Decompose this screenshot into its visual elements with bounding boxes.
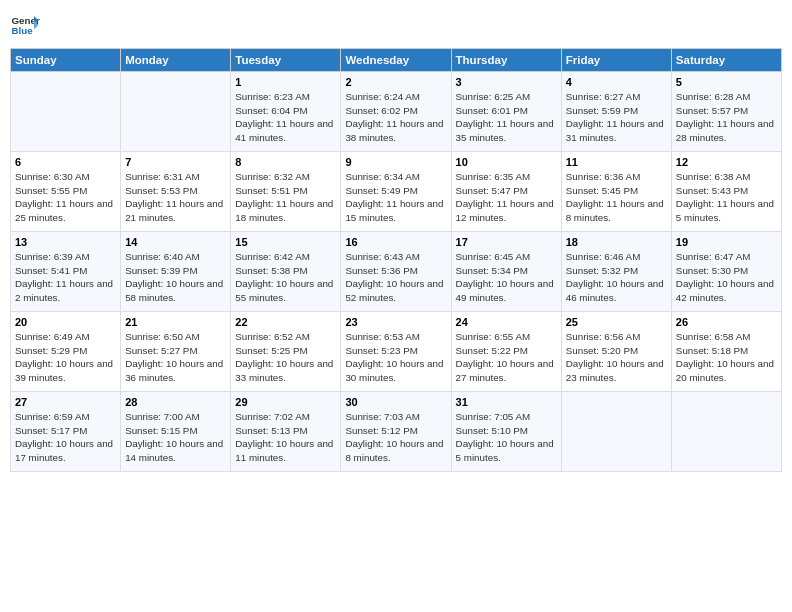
calendar-cell: 7Sunrise: 6:31 AMSunset: 5:53 PMDaylight…: [121, 152, 231, 232]
calendar-cell: 18Sunrise: 6:46 AMSunset: 5:32 PMDayligh…: [561, 232, 671, 312]
calendar-cell: 19Sunrise: 6:47 AMSunset: 5:30 PMDayligh…: [671, 232, 781, 312]
day-number: 5: [676, 76, 777, 88]
day-info: Sunrise: 6:28 AMSunset: 5:57 PMDaylight:…: [676, 90, 777, 145]
day-number: 16: [345, 236, 446, 248]
day-info: Sunrise: 6:42 AMSunset: 5:38 PMDaylight:…: [235, 250, 336, 305]
calendar-cell: 14Sunrise: 6:40 AMSunset: 5:39 PMDayligh…: [121, 232, 231, 312]
day-info: Sunrise: 6:53 AMSunset: 5:23 PMDaylight:…: [345, 330, 446, 385]
day-number: 24: [456, 316, 557, 328]
day-number: 28: [125, 396, 226, 408]
calendar-cell: 17Sunrise: 6:45 AMSunset: 5:34 PMDayligh…: [451, 232, 561, 312]
day-number: 2: [345, 76, 446, 88]
day-number: 15: [235, 236, 336, 248]
day-number: 9: [345, 156, 446, 168]
calendar-cell: 5Sunrise: 6:28 AMSunset: 5:57 PMDaylight…: [671, 72, 781, 152]
day-number: 18: [566, 236, 667, 248]
calendar-cell: 9Sunrise: 6:34 AMSunset: 5:49 PMDaylight…: [341, 152, 451, 232]
calendar-cell: 25Sunrise: 6:56 AMSunset: 5:20 PMDayligh…: [561, 312, 671, 392]
day-number: 1: [235, 76, 336, 88]
day-number: 4: [566, 76, 667, 88]
day-number: 6: [15, 156, 116, 168]
calendar-cell: 27Sunrise: 6:59 AMSunset: 5:17 PMDayligh…: [11, 392, 121, 472]
day-number: 29: [235, 396, 336, 408]
calendar-cell: 4Sunrise: 6:27 AMSunset: 5:59 PMDaylight…: [561, 72, 671, 152]
day-number: 19: [676, 236, 777, 248]
week-row-5: 27Sunrise: 6:59 AMSunset: 5:17 PMDayligh…: [11, 392, 782, 472]
day-number: 21: [125, 316, 226, 328]
day-info: Sunrise: 6:50 AMSunset: 5:27 PMDaylight:…: [125, 330, 226, 385]
day-info: Sunrise: 6:52 AMSunset: 5:25 PMDaylight:…: [235, 330, 336, 385]
day-info: Sunrise: 6:36 AMSunset: 5:45 PMDaylight:…: [566, 170, 667, 225]
calendar-cell: [11, 72, 121, 152]
calendar-cell: 10Sunrise: 6:35 AMSunset: 5:47 PMDayligh…: [451, 152, 561, 232]
calendar-cell: 12Sunrise: 6:38 AMSunset: 5:43 PMDayligh…: [671, 152, 781, 232]
calendar-cell: 23Sunrise: 6:53 AMSunset: 5:23 PMDayligh…: [341, 312, 451, 392]
header-monday: Monday: [121, 49, 231, 72]
day-number: 20: [15, 316, 116, 328]
day-number: 31: [456, 396, 557, 408]
calendar-cell: 16Sunrise: 6:43 AMSunset: 5:36 PMDayligh…: [341, 232, 451, 312]
calendar-cell: 26Sunrise: 6:58 AMSunset: 5:18 PMDayligh…: [671, 312, 781, 392]
calendar-cell: [121, 72, 231, 152]
day-info: Sunrise: 6:49 AMSunset: 5:29 PMDaylight:…: [15, 330, 116, 385]
calendar-cell: 30Sunrise: 7:03 AMSunset: 5:12 PMDayligh…: [341, 392, 451, 472]
page-header: General Blue: [10, 10, 782, 40]
day-number: 17: [456, 236, 557, 248]
day-info: Sunrise: 6:56 AMSunset: 5:20 PMDaylight:…: [566, 330, 667, 385]
calendar-cell: 29Sunrise: 7:02 AMSunset: 5:13 PMDayligh…: [231, 392, 341, 472]
day-number: 3: [456, 76, 557, 88]
header-sunday: Sunday: [11, 49, 121, 72]
calendar-cell: 11Sunrise: 6:36 AMSunset: 5:45 PMDayligh…: [561, 152, 671, 232]
calendar-cell: 31Sunrise: 7:05 AMSunset: 5:10 PMDayligh…: [451, 392, 561, 472]
calendar-cell: 8Sunrise: 6:32 AMSunset: 5:51 PMDaylight…: [231, 152, 341, 232]
calendar-cell: 24Sunrise: 6:55 AMSunset: 5:22 PMDayligh…: [451, 312, 561, 392]
day-info: Sunrise: 7:05 AMSunset: 5:10 PMDaylight:…: [456, 410, 557, 465]
day-info: Sunrise: 7:02 AMSunset: 5:13 PMDaylight:…: [235, 410, 336, 465]
calendar-cell: 1Sunrise: 6:23 AMSunset: 6:04 PMDaylight…: [231, 72, 341, 152]
week-row-2: 6Sunrise: 6:30 AMSunset: 5:55 PMDaylight…: [11, 152, 782, 232]
day-number: 12: [676, 156, 777, 168]
header-thursday: Thursday: [451, 49, 561, 72]
day-info: Sunrise: 6:40 AMSunset: 5:39 PMDaylight:…: [125, 250, 226, 305]
calendar-cell: [671, 392, 781, 472]
calendar-header-row: SundayMondayTuesdayWednesdayThursdayFrid…: [11, 49, 782, 72]
week-row-1: 1Sunrise: 6:23 AMSunset: 6:04 PMDaylight…: [11, 72, 782, 152]
day-info: Sunrise: 6:34 AMSunset: 5:49 PMDaylight:…: [345, 170, 446, 225]
day-number: 30: [345, 396, 446, 408]
day-info: Sunrise: 6:23 AMSunset: 6:04 PMDaylight:…: [235, 90, 336, 145]
day-info: Sunrise: 7:03 AMSunset: 5:12 PMDaylight:…: [345, 410, 446, 465]
day-number: 7: [125, 156, 226, 168]
logo: General Blue: [10, 10, 40, 40]
calendar-table: SundayMondayTuesdayWednesdayThursdayFrid…: [10, 48, 782, 472]
calendar-cell: 2Sunrise: 6:24 AMSunset: 6:02 PMDaylight…: [341, 72, 451, 152]
week-row-4: 20Sunrise: 6:49 AMSunset: 5:29 PMDayligh…: [11, 312, 782, 392]
day-number: 14: [125, 236, 226, 248]
calendar-cell: 13Sunrise: 6:39 AMSunset: 5:41 PMDayligh…: [11, 232, 121, 312]
day-info: Sunrise: 7:00 AMSunset: 5:15 PMDaylight:…: [125, 410, 226, 465]
day-number: 11: [566, 156, 667, 168]
day-number: 8: [235, 156, 336, 168]
calendar-cell: 3Sunrise: 6:25 AMSunset: 6:01 PMDaylight…: [451, 72, 561, 152]
day-number: 25: [566, 316, 667, 328]
day-number: 23: [345, 316, 446, 328]
calendar-cell: [561, 392, 671, 472]
calendar-cell: 22Sunrise: 6:52 AMSunset: 5:25 PMDayligh…: [231, 312, 341, 392]
header-friday: Friday: [561, 49, 671, 72]
day-info: Sunrise: 6:55 AMSunset: 5:22 PMDaylight:…: [456, 330, 557, 385]
day-number: 10: [456, 156, 557, 168]
day-info: Sunrise: 6:58 AMSunset: 5:18 PMDaylight:…: [676, 330, 777, 385]
day-info: Sunrise: 6:30 AMSunset: 5:55 PMDaylight:…: [15, 170, 116, 225]
day-number: 22: [235, 316, 336, 328]
day-info: Sunrise: 6:46 AMSunset: 5:32 PMDaylight:…: [566, 250, 667, 305]
day-info: Sunrise: 6:31 AMSunset: 5:53 PMDaylight:…: [125, 170, 226, 225]
calendar-cell: 15Sunrise: 6:42 AMSunset: 5:38 PMDayligh…: [231, 232, 341, 312]
calendar-cell: 21Sunrise: 6:50 AMSunset: 5:27 PMDayligh…: [121, 312, 231, 392]
day-info: Sunrise: 6:25 AMSunset: 6:01 PMDaylight:…: [456, 90, 557, 145]
svg-text:Blue: Blue: [12, 25, 34, 36]
day-info: Sunrise: 6:39 AMSunset: 5:41 PMDaylight:…: [15, 250, 116, 305]
day-info: Sunrise: 6:35 AMSunset: 5:47 PMDaylight:…: [456, 170, 557, 225]
day-info: Sunrise: 6:24 AMSunset: 6:02 PMDaylight:…: [345, 90, 446, 145]
calendar-cell: 28Sunrise: 7:00 AMSunset: 5:15 PMDayligh…: [121, 392, 231, 472]
day-info: Sunrise: 6:32 AMSunset: 5:51 PMDaylight:…: [235, 170, 336, 225]
day-info: Sunrise: 6:45 AMSunset: 5:34 PMDaylight:…: [456, 250, 557, 305]
